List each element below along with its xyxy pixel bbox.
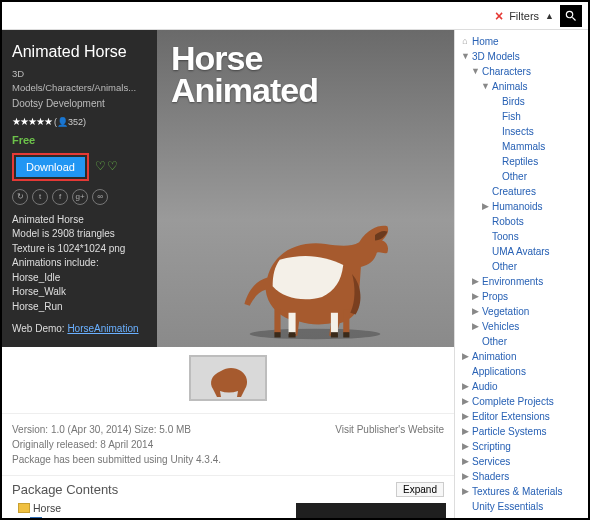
category-label: Other [502,170,527,183]
tree-row[interactable]: Animation [8,515,288,518]
gplus-icon[interactable]: g+ [72,189,88,205]
category-item[interactable]: Robots [461,214,582,229]
svg-rect-3 [330,312,337,333]
svg-point-0 [249,328,380,339]
category-item[interactable]: ▶Vehicles [461,319,582,334]
arrow-icon: ▶ [461,351,469,363]
filters-label[interactable]: Filters [509,10,539,22]
tree-label: Horse [33,502,61,514]
category-item[interactable]: ▶Environments [461,274,582,289]
asset-breadcrumb[interactable]: 3D Models/Characters/Animals... [12,67,147,95]
publisher-website-link[interactable]: Visit Publisher's Website [335,422,444,437]
asset-rating: ★★★★★(👤352) [12,115,147,130]
expand-button[interactable]: Expand [396,482,444,497]
search-button[interactable] [560,5,582,27]
category-item[interactable]: ▼3D Models [461,49,582,64]
category-item[interactable]: Fish [461,109,582,124]
web-demo-link[interactable]: HorseAnimation [67,323,138,334]
package-body: HorseAnimationHorse_Idle.fbxHorse_Run.fb… [2,499,454,518]
category-label: Mammals [502,140,545,153]
main-area: Animated Horse 3D Models/Characters/Anim… [2,30,588,518]
category-item[interactable]: Reptiles [461,154,582,169]
category-item[interactable]: ⌂Home [461,34,582,49]
category-label: Animals [492,80,528,93]
category-item[interactable]: Other [461,259,582,274]
arrow-icon: ▶ [461,381,469,393]
arrow-icon: ▶ [461,426,469,438]
category-sidebar: ⌂Home▼3D Models▼Characters▼AnimalsBirdsF… [454,30,588,518]
category-item[interactable]: ▶Editor Extensions [461,409,582,424]
category-label: Services [472,455,510,468]
asset-meta: Version: 1.0 (Apr 30, 2014) Size: 5.0 MB… [2,414,454,476]
category-item[interactable]: Insects [461,124,582,139]
facebook-icon[interactable]: f [52,189,68,205]
category-label: Other [482,335,507,348]
category-item[interactable]: ▶Scripting [461,439,582,454]
download-button[interactable]: Download [16,157,85,177]
thumbnail-strip [2,347,454,414]
category-label: Audio [472,380,498,393]
category-item[interactable]: UMA Avatars [461,244,582,259]
meta-submitted: Package has been submitted using Unity 4… [12,452,444,467]
category-label: Animation [472,350,516,363]
favorite-icon[interactable]: ♡♡ [95,158,119,175]
link-icon[interactable]: ∞ [92,189,108,205]
asset-price: Free [12,133,147,149]
thumbnail[interactable] [189,355,267,401]
rating-count: (👤352) [54,117,86,127]
category-item[interactable]: ▼Characters [461,64,582,79]
tree-label: Animation [45,516,92,518]
svg-rect-1 [288,312,295,333]
category-item[interactable]: ▶Vegetation [461,304,582,319]
asset-title: Animated Horse [12,40,147,63]
category-item[interactable]: ▶Audio [461,379,582,394]
svg-rect-6 [274,332,280,337]
tree-row[interactable]: Horse [8,501,288,515]
arrow-icon: ▼ [471,66,479,78]
category-item[interactable]: Unity Essentials [461,499,582,514]
asset-vendor[interactable]: Dootsy Development [12,97,147,112]
category-label: Robots [492,215,524,228]
category-item[interactable]: ▶Services [461,454,582,469]
arrow-icon: ▶ [461,441,469,453]
category-item[interactable]: Mammals [461,139,582,154]
arrow-icon: ▶ [471,276,479,288]
category-label: Complete Projects [472,395,554,408]
close-icon[interactable]: × [495,8,503,24]
category-item[interactable]: ▶Complete Projects [461,394,582,409]
category-label: Humanoids [492,200,543,213]
category-item[interactable]: ▼Animals [461,79,582,94]
asset-description: Animated Horse Model is 2908 triangles T… [12,213,147,315]
triangle-up-icon[interactable]: ▲ [545,11,554,21]
social-row: ↻ t f g+ ∞ [12,189,147,205]
category-item[interactable]: Applications [461,364,582,379]
arrow-icon: ▶ [471,306,479,318]
category-item[interactable]: ▶Animation [461,349,582,364]
twitter-icon[interactable]: t [32,189,48,205]
package-header: Package Contents Expand [2,476,454,499]
category-item[interactable]: ▶Props [461,289,582,304]
category-label: Vegetation [482,305,529,318]
svg-rect-5 [274,309,280,334]
category-item[interactable]: Other [461,334,582,349]
category-item[interactable]: ▶Textures & Materials [461,484,582,499]
share-icon[interactable]: ↻ [12,189,28,205]
category-item[interactable]: Birds [461,94,582,109]
category-item[interactable]: ▶Shaders [461,469,582,484]
category-item[interactable]: ▶Particle Systems [461,424,582,439]
category-label: Characters [482,65,531,78]
download-highlight: Download [12,153,89,181]
svg-rect-8 [343,332,349,337]
app-frame: × Filters ▲ Animated Horse 3D Models/Cha… [0,0,590,520]
category-item[interactable]: ▶Humanoids [461,199,582,214]
category-item[interactable]: Other [461,169,582,184]
category-label: Home [472,35,499,48]
category-item[interactable]: Creatures [461,184,582,199]
preview-overlay-text: HorseAnimated [171,42,318,107]
asset-preview[interactable]: HorseAnimated [157,30,454,347]
svg-rect-7 [343,309,349,334]
arrow-icon: ▶ [461,411,469,423]
category-item[interactable]: Toons [461,229,582,244]
category-label: 3D Models [472,50,520,63]
arrow-icon: ▶ [481,201,489,213]
